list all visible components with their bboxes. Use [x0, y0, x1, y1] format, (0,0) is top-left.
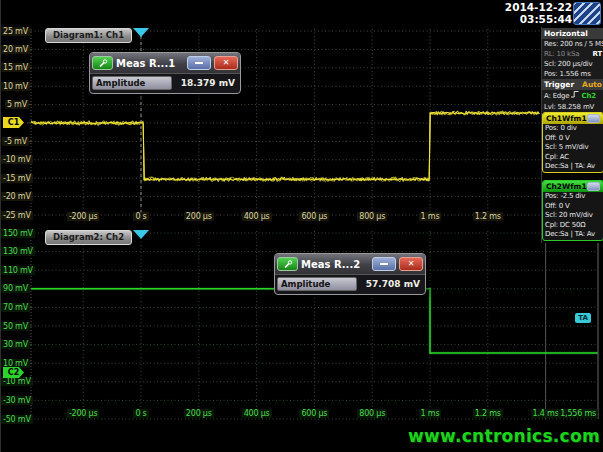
- info-line: Pos: 0 div: [543, 124, 603, 134]
- date-display: 2014-12-22: [505, 2, 572, 14]
- x-axis-label: -200 µs: [59, 212, 107, 221]
- info-line: Off: 0 V: [543, 202, 603, 212]
- meas1-value: 18.379 mV: [176, 78, 238, 88]
- horizontal-position: Pos: 1.556 ms: [542, 69, 603, 79]
- ch1wfm1-body: Pos: 0 divOff: 0 VScl: 5 mV/divCpl: ACDe…: [543, 124, 603, 172]
- y-axis-label: 10 mV: [1, 359, 29, 368]
- meas1-parameter-field[interactable]: Amplitude: [92, 76, 172, 90]
- meas1-titlebar[interactable]: Meas R...1 ✕: [90, 53, 240, 74]
- close-icon[interactable]: ✕: [214, 56, 238, 70]
- x-axis-label: 200 µs: [175, 212, 223, 221]
- trigger-level: Lvl: 58.258 mV: [542, 102, 603, 112]
- x-axis-label: 600 µs: [290, 212, 338, 221]
- horizontal-trigger-panel: Horizontal Res: 200 ns / 5 MSa/s RL: 10 …: [542, 28, 603, 112]
- meas1-body: Amplitude 18.379 mV: [90, 74, 240, 93]
- y-axis-label: 130 mV: [1, 247, 29, 256]
- edge-trigger-icon: [571, 90, 579, 102]
- x-axis-label: 400 µs: [233, 409, 281, 418]
- y-axis-label: -20 mV: [1, 192, 29, 201]
- ch1wfm1-dialog: Ch1Wfm1 Pos: 0 divOff: 0 VScl: 5 mV/divC…: [542, 112, 603, 173]
- meas-window-2: Meas R...2 ✕ Amplitude 57.708 mV: [274, 253, 426, 295]
- x-axis-label: 600 µs: [290, 409, 338, 418]
- x-axis-label: 400 µs: [233, 212, 281, 221]
- y-axis-label: 15 mV: [1, 63, 29, 72]
- y-axis-label: -5 mV: [1, 137, 29, 146]
- info-line: Cpl: DC 50Ω: [543, 221, 603, 231]
- y-axis-label: 10 mV: [1, 82, 29, 91]
- x-axis-label: -200 µs: [59, 409, 107, 418]
- meas2-titlebar[interactable]: Meas R...2 ✕: [275, 254, 425, 275]
- info-line: Cpl: AC: [543, 153, 603, 163]
- y-axis-label: -50 mV: [1, 415, 29, 424]
- y-axis-label: -30 mV: [1, 396, 29, 405]
- oscilloscope-screen: 25 mV20 mV15 mV10 mV5 mV-5 mV-10 mV-15 m…: [0, 0, 603, 452]
- y-axis-label: -25 mV: [1, 211, 29, 220]
- info-line: Dec:Sa | TA: Av: [543, 230, 603, 240]
- ch2wfm1-body: Pos: -2.5 divOff: 0 VScl: 20 mV/divCpl: …: [543, 192, 603, 240]
- wrench-icon[interactable]: [92, 56, 113, 70]
- info-line: Pos: -2.5 div: [543, 192, 603, 202]
- tab-diagram1[interactable]: Diagram1: Ch1: [45, 28, 132, 43]
- meas2-value: 57.708 mV: [361, 279, 423, 289]
- rohde-schwarz-logo: [573, 2, 601, 25]
- trigger-source: Ch2: [581, 91, 595, 101]
- trigger-section-title[interactable]: Trigger Auto: [542, 79, 603, 90]
- ch2wfm1-dialog: Ch2Wfm1 Pos: -2.5 divOff: 0 VScl: 20 mV/…: [542, 180, 603, 241]
- tab-diagram2[interactable]: Diagram2: Ch2: [45, 230, 132, 245]
- watermark: www.cntronics.com: [408, 426, 600, 446]
- info-line: Scl: 20 mV/div: [543, 211, 603, 221]
- y-axis-label: 5 mV: [1, 100, 29, 109]
- meas2-title: Meas R...2: [301, 259, 369, 270]
- wrench-icon[interactable]: [277, 257, 298, 271]
- x-axis-label: 1 ms: [406, 409, 454, 418]
- trigger-mode: Auto: [582, 80, 602, 89]
- y-axis-label: -10 mV: [1, 155, 29, 164]
- time-display: 03:55:44: [505, 14, 572, 26]
- y-axis-label: 70 mV: [1, 303, 29, 312]
- meas2-parameter-field[interactable]: Amplitude: [277, 277, 357, 291]
- y-axis-label: 50 mV: [1, 322, 29, 331]
- ch1wfm1-header[interactable]: Ch1Wfm1: [543, 113, 603, 124]
- minimize-dialog-icon[interactable]: [587, 182, 600, 191]
- x-axis-label: 1,556 ms: [552, 409, 598, 418]
- datetime-display: 2014-12-22 03:55:44: [505, 2, 572, 25]
- y-axis-label: 110 mV: [1, 266, 29, 275]
- horizontal-rl-row: RL: 10 kSa RT: [542, 49, 603, 59]
- y-axis-label: 30 mV: [1, 340, 29, 349]
- y-axis-label: 20 mV: [1, 45, 29, 54]
- minimize-icon[interactable]: [187, 56, 211, 70]
- y-axis-label: -10 mV: [1, 377, 29, 386]
- horizontal-section-title[interactable]: Horizontal: [542, 28, 603, 39]
- x-axis-label: 1.2 ms: [464, 212, 512, 221]
- y-axis-label: 90 mV: [1, 284, 29, 293]
- y-axis-label: 150 mV: [1, 229, 29, 238]
- x-axis-label: 0 s: [117, 212, 165, 221]
- x-axis-label: 800 µs: [348, 212, 396, 221]
- close-icon[interactable]: ✕: [399, 257, 423, 271]
- meas-window-1: Meas R...1 ✕ Amplitude 18.379 mV: [89, 52, 241, 94]
- x-axis-label: 200 µs: [175, 409, 223, 418]
- meas1-title: Meas R...1: [116, 58, 184, 69]
- minimize-icon[interactable]: [372, 257, 396, 271]
- trigger-level-badge[interactable]: TA: [575, 313, 591, 323]
- top-bar: 2014-12-22 03:55:44: [1, 0, 603, 27]
- trigger-a-row: A: Edge Ch2: [542, 90, 603, 102]
- info-line: Dec:Sa | TA: Av: [543, 162, 603, 172]
- realtime-flag: RT: [593, 49, 602, 59]
- x-axis-label: 800 µs: [348, 409, 396, 418]
- x-axis-label: 1 ms: [406, 212, 454, 221]
- trigger-position-marker-diagram2[interactable]: [133, 230, 149, 239]
- ch2wfm1-header[interactable]: Ch2Wfm1: [543, 181, 603, 192]
- trigger-position-marker-diagram1[interactable]: [133, 28, 149, 37]
- x-axis-label: 1.2 ms: [464, 409, 512, 418]
- info-line: Scl: 5 mV/div: [543, 143, 603, 153]
- minimize-dialog-icon[interactable]: [587, 114, 600, 123]
- meas2-body: Amplitude 57.708 mV: [275, 275, 425, 294]
- info-line: Off: 0 V: [543, 134, 603, 144]
- y-axis-label: -15 mV: [1, 174, 29, 183]
- horizontal-res: Res: 200 ns / 5 MSa/s: [542, 39, 603, 49]
- x-axis-label: 0 s: [117, 409, 165, 418]
- horizontal-scale: Scl: 200 µs/div: [542, 59, 603, 69]
- y-axis-label: 25 mV: [1, 27, 29, 36]
